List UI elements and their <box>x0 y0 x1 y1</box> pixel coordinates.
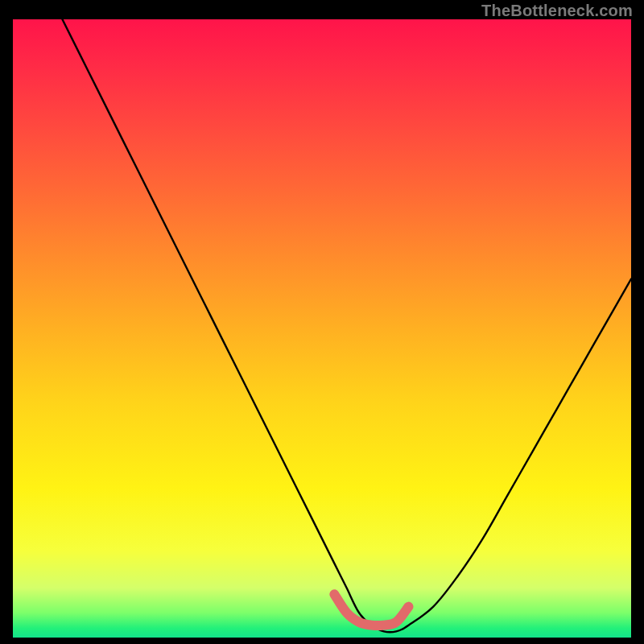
bottleneck-floor-pink <box>334 594 408 625</box>
chart-svg <box>13 19 631 638</box>
chart-frame <box>13 19 631 638</box>
bottleneck-curve-black <box>62 19 631 632</box>
watermark-text: TheBottleneck.com <box>481 2 633 20</box>
